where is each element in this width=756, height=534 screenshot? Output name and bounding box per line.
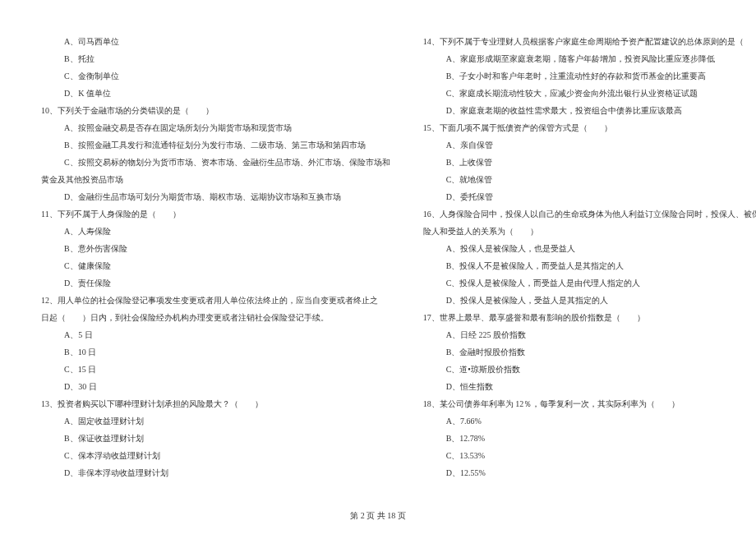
text-line: B、保证收益理财计划 xyxy=(41,430,390,447)
text-line: D、金融衍生品市场可划分为期货市场、期权市场、远期协议市场和互换市场 xyxy=(41,188,390,205)
text-line: C、道•琼斯股价指数 xyxy=(423,361,756,378)
text-line: C、就地保管 xyxy=(423,171,756,188)
text-line: B、上收保管 xyxy=(423,154,756,171)
text-line: A、日经 225 股价指数 xyxy=(423,326,756,343)
text-line: 日起（ ）日内，到社会保险经办机构办理变更或者注销社会保险登记手续。 xyxy=(41,309,390,326)
text-line: 16、人身保险合同中，投保人以自己的生命或身体为他人利益订立保险合同时，投保人、… xyxy=(423,205,756,223)
text-line: C、保本浮动收益理财计划 xyxy=(41,447,390,464)
text-line: 黄金及其他投资品市场 xyxy=(41,171,390,188)
text-line: D、30 日 xyxy=(41,378,390,395)
text-line: C、金衡制单位 xyxy=(41,67,390,85)
text-line: 12、用人单位的社会保险登记事项发生变更或者用人单位依法终止的，应当自变更或者终… xyxy=(41,292,390,309)
text-line: A、人寿保险 xyxy=(41,223,390,240)
text-line: D、委托保管 xyxy=(423,188,756,205)
text-line: D、非保本浮动收益理财计划 xyxy=(41,464,390,481)
text-line: C、健康保险 xyxy=(41,257,390,274)
text-line: D、责任保险 xyxy=(41,274,390,292)
text-line: 17、世界上最早、最享盛誉和最有影响的股价指数是（ ） xyxy=(423,309,756,326)
text-line: C、13.53% xyxy=(423,447,756,464)
text-line: D、投保人是被保险人，受益人是其指定的人 xyxy=(423,292,756,309)
text-line: D、12.55% xyxy=(423,464,756,481)
text-line: B、意外伤害保险 xyxy=(41,240,390,257)
text-line: A、司马西单位 xyxy=(41,33,390,50)
text-line: A、7.66% xyxy=(423,412,756,430)
left-column: A、司马西单位B、托拉C、金衡制单位D、K 值单位10、下列关于金融市场的分类错… xyxy=(41,33,390,501)
text-line: C、15 日 xyxy=(41,361,390,378)
text-line: D、K 值单位 xyxy=(41,85,390,102)
text-line: B、按照金融工具发行和流通特征划分为发行市场、二级市场、第三市场和第四市场 xyxy=(41,136,390,154)
text-line: C、投保人是被保险人，而受益人是由代理人指定的人 xyxy=(423,274,756,292)
text-line: B、投保人不是被保险人，而受益人是其指定的人 xyxy=(423,257,756,274)
text-line: B、12.78% xyxy=(423,430,756,447)
text-line: D、家庭衰老期的收益性需求最大，投资组合中债券比重应该最高 xyxy=(423,102,756,119)
text-line: 10、下列关于金融市场的分类错误的是（ ） xyxy=(41,102,390,119)
text-line: 13、投资者购买以下哪种理财计划承担的风险最大？（ ） xyxy=(41,395,390,412)
two-column-layout: A、司马西单位B、托拉C、金衡制单位D、K 值单位10、下列关于金融市场的分类错… xyxy=(41,33,715,501)
text-line: B、子女小时和客户年老时，注重流动性好的存款和货币基金的比重要高 xyxy=(423,67,756,85)
text-line: 15、下面几项不属于抵债资产的保管方式是（ ） xyxy=(423,119,756,136)
right-column: 14、下列不属于专业理财人员根据客户家庭生命周期给予资产配置建议的总体原则的是（… xyxy=(423,33,756,501)
text-line: 11、下列不属于人身保险的是（ ） xyxy=(41,205,390,223)
text-line: B、10 日 xyxy=(41,343,390,361)
text-line: B、托拉 xyxy=(41,50,390,67)
text-line: A、家庭形成期至家庭衰老期，随客户年龄增加，投资风险比重应逐步降低 xyxy=(423,50,756,67)
text-line: A、5 日 xyxy=(41,326,390,343)
text-line: 险人和受益人的关系为（ ） xyxy=(423,223,756,240)
text-line: C、家庭成长期流动性较大，应减少资金向外流出银行从业资格证试题 xyxy=(423,85,756,102)
text-line: A、投保人是被保险人，也是受益人 xyxy=(423,240,756,257)
text-line: A、亲自保管 xyxy=(423,136,756,154)
text-line: 18、某公司债券年利率为 12％，每季复利一次，其实际利率为（ ） xyxy=(423,395,756,412)
page-footer: 第 2 页 共 18 页 xyxy=(0,510,756,522)
text-line: 14、下列不属于专业理财人员根据客户家庭生命周期给予资产配置建议的总体原则的是（… xyxy=(423,33,756,50)
text-line: B、金融时报股价指数 xyxy=(423,343,756,361)
text-line: C、按照交易标的物划分为货币市场、资本市场、金融衍生品市场、外汇市场、保险市场和 xyxy=(41,154,390,171)
text-line: A、按照金融交易是否存在固定场所划分为期货市场和现货市场 xyxy=(41,119,390,136)
text-line: A、固定收益理财计划 xyxy=(41,412,390,430)
text-line: D、恒生指数 xyxy=(423,378,756,395)
